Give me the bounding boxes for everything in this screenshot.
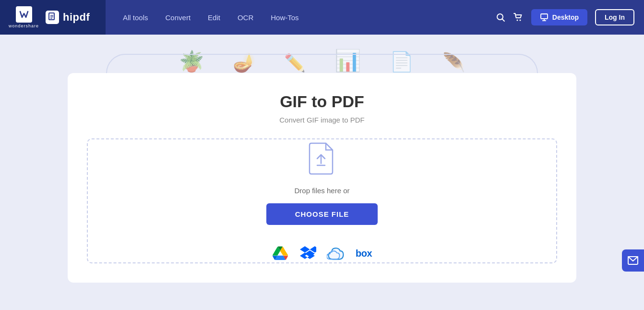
box-icon[interactable]: box — [355, 244, 373, 262]
svg-point-7 — [519, 20, 521, 21]
nav-ocr[interactable]: OCR — [238, 13, 253, 22]
page-background: 🪴 🪔 ✏️ 📊 📄 🪶 GIF to PDF Convert GIF imag… — [0, 35, 644, 310]
wondershare-label: wondershare — [9, 24, 39, 28]
hipdf-brand[interactable]: hipdf — [46, 11, 90, 24]
nav-how-tos[interactable]: How-Tos — [271, 13, 298, 22]
nav-edit[interactable]: Edit — [208, 13, 220, 22]
hipdf-label: hipdf — [63, 11, 90, 24]
dropbox-icon[interactable] — [299, 244, 317, 262]
choose-file-button[interactable]: CHOOSE FILE — [266, 203, 378, 225]
deco-line — [106, 54, 538, 73]
svg-point-6 — [516, 20, 518, 21]
wondershare-icon — [16, 6, 32, 23]
svg-line-5 — [502, 19, 504, 22]
login-button[interactable]: Log In — [595, 9, 634, 25]
desktop-label: Desktop — [552, 13, 579, 21]
desktop-button[interactable]: Desktop — [531, 9, 587, 25]
nav-actions: Desktop Log In — [496, 9, 634, 25]
drop-text: Drop files here or — [294, 186, 349, 195]
hipdf-icon — [46, 11, 59, 24]
drop-zone[interactable]: Drop files here or CHOOSE FILE — [87, 138, 557, 263]
mail-float-button[interactable] — [622, 249, 644, 272]
google-drive-icon[interactable] — [271, 244, 289, 262]
nav-links: All tools Convert Edit OCR How-Tos — [123, 13, 496, 22]
deco-row: 🪴 🪔 ✏️ 📊 📄 🪶 — [0, 35, 644, 73]
wondershare-logo: wondershare — [9, 6, 39, 28]
nav-convert[interactable]: Convert — [166, 13, 191, 22]
upload-icon-wrap — [305, 139, 339, 178]
search-button[interactable] — [496, 12, 505, 22]
svg-rect-8 — [541, 14, 548, 19]
page-subtitle: Convert GIF image to PDF — [279, 116, 365, 124]
svg-rect-0 — [49, 13, 54, 20]
cloud-icons-row: box — [271, 244, 373, 262]
navbar: wondershare hipdf All tools Convert Edit… — [0, 0, 644, 35]
nav-all-tools[interactable]: All tools — [123, 13, 148, 22]
page-title: GIF to PDF — [280, 92, 364, 111]
box-label: box — [356, 248, 372, 259]
main-card: GIF to PDF Convert GIF image to PDF Drop… — [68, 73, 576, 283]
logo-block: wondershare hipdf — [0, 0, 106, 35]
onedrive-icon[interactable] — [327, 244, 345, 262]
cart-button[interactable] — [513, 12, 524, 23]
